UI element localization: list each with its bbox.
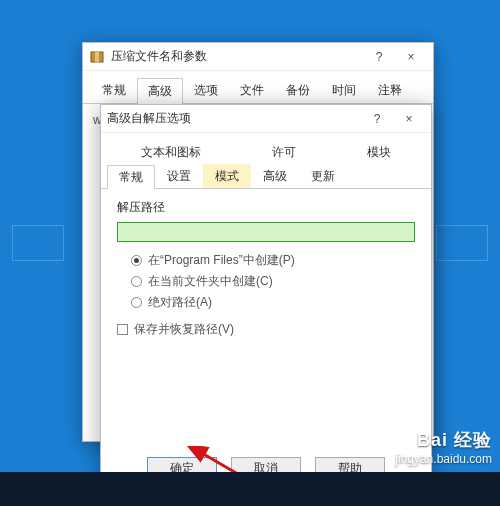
extract-path-input[interactable] (117, 222, 415, 242)
titlebar[interactable]: 压缩文件名和参数 ? × (83, 43, 433, 71)
window-title: 压缩文件名和参数 (111, 48, 363, 65)
tab-advanced[interactable]: 高级 (137, 78, 183, 104)
parent-tabs: 常规 高级 选项 文件 备份 时间 注释 (83, 71, 433, 104)
section-extract-path: 解压路径 (117, 199, 415, 216)
dlg-tab-modes[interactable]: 模式 (203, 164, 251, 188)
sfx-options-dialog: 高级自解压选项 ? × 文本和图标 许可 模块 常规 设置 模式 高级 更新 解… (100, 104, 432, 490)
dialog-top-segments: 文本和图标 许可 模块 (101, 133, 431, 164)
taskbar[interactable] (0, 472, 500, 506)
seg-text-icon[interactable]: 文本和图标 (135, 141, 207, 164)
dlg-tab-setup[interactable]: 设置 (155, 164, 203, 188)
dialog-close-button[interactable]: × (393, 109, 425, 129)
dlg-tab-advanced[interactable]: 高级 (251, 164, 299, 188)
tab-time[interactable]: 时间 (321, 77, 367, 103)
checkbox-label: 保存并恢复路径(V) (134, 321, 234, 338)
close-button[interactable]: × (395, 47, 427, 67)
seg-module[interactable]: 模块 (361, 141, 397, 164)
radio-label: 在“Program Files”中创建(P) (148, 252, 295, 269)
seg-license[interactable]: 许可 (266, 141, 302, 164)
dlg-tab-general[interactable]: 常规 (107, 165, 155, 189)
radio-program-files[interactable]: 在“Program Files”中创建(P) (131, 252, 415, 269)
tab-files[interactable]: 文件 (229, 77, 275, 103)
tab-general[interactable]: 常规 (91, 77, 137, 103)
dialog-titlebar[interactable]: 高级自解压选项 ? × (101, 105, 431, 133)
tab-backup[interactable]: 备份 (275, 77, 321, 103)
dialog-tabs: 常规 设置 模式 高级 更新 (101, 164, 431, 189)
dialog-help-button[interactable]: ? (361, 109, 393, 129)
radio-dot-icon (131, 297, 142, 308)
radio-current-folder[interactable]: 在当前文件夹中创建(C) (131, 273, 415, 290)
checkbox-save-restore-path[interactable]: 保存并恢复路径(V) (117, 321, 415, 338)
watermark-logo: Bai 经验 (395, 428, 492, 452)
tab-options[interactable]: 选项 (183, 77, 229, 103)
checkbox-box-icon (117, 324, 128, 335)
watermark: Bai 经验 jingyan.baidu.com (395, 428, 492, 466)
dlg-tab-update[interactable]: 更新 (299, 164, 347, 188)
radio-dot-icon (131, 276, 142, 287)
watermark-url: jingyan.baidu.com (395, 452, 492, 466)
app-icon (89, 49, 105, 65)
dialog-title: 高级自解压选项 (107, 110, 361, 127)
radio-dot-icon (131, 255, 142, 266)
radio-absolute-path[interactable]: 绝对路径(A) (131, 294, 415, 311)
help-button[interactable]: ? (363, 47, 395, 67)
tab-comment[interactable]: 注释 (367, 77, 413, 103)
path-mode-group: 在“Program Files”中创建(P) 在当前文件夹中创建(C) 绝对路径… (131, 252, 415, 338)
radio-label: 绝对路径(A) (148, 294, 212, 311)
radio-label: 在当前文件夹中创建(C) (148, 273, 273, 290)
svg-rect-1 (95, 52, 99, 62)
